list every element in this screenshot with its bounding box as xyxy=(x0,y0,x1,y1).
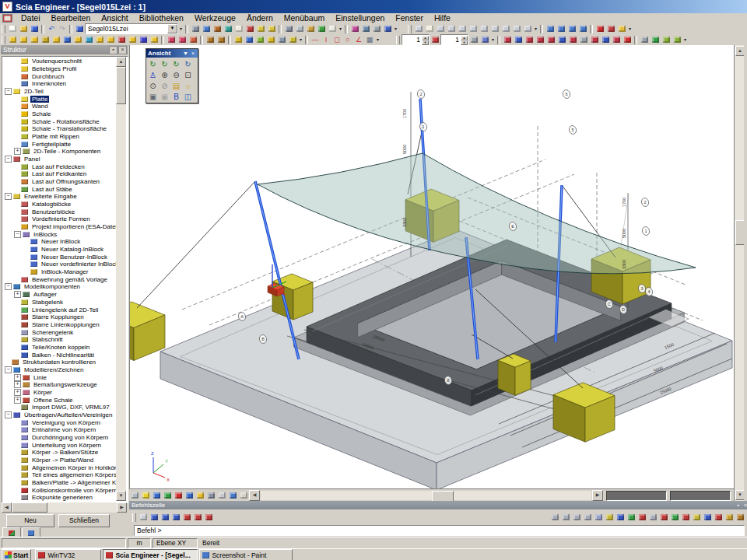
walk-mode-icon[interactable]: ♙ xyxy=(147,69,159,80)
tree-item[interactable]: −Modellieren/Zeichnen xyxy=(2,366,116,374)
stamp-icon[interactable] xyxy=(316,24,327,34)
expand-icon[interactable]: + xyxy=(14,291,21,298)
tree-item[interactable]: Vordefinierte Formen xyxy=(2,215,116,223)
tree-scroll-thumb[interactable] xyxy=(116,67,126,104)
tree-item[interactable]: +Bemaßungswerkzeuge xyxy=(2,381,116,389)
rotate-z-icon[interactable]: ↻ xyxy=(170,58,182,69)
hatch-icon[interactable] xyxy=(216,491,227,501)
tools-icon[interactable] xyxy=(661,35,672,45)
clipboard-icon[interactable] xyxy=(233,24,244,34)
scroll-left-icon[interactable]: ◀ xyxy=(2,502,12,513)
arc-mode-icon[interactable] xyxy=(192,513,203,523)
tree-item[interactable]: Beliebiges Profil xyxy=(2,65,116,73)
tools-icon[interactable] xyxy=(672,35,682,45)
tree-item[interactable]: InBlock-Manager xyxy=(2,268,116,276)
tree-item[interactable]: Katalogblöcke xyxy=(2,201,116,208)
status-unit[interactable]: m xyxy=(128,538,151,548)
package-icon[interactable] xyxy=(305,24,316,34)
tree-item[interactable]: Last auf Feldkanten xyxy=(2,170,116,178)
tree-item[interactable]: Last auf Öffnungskanten xyxy=(2,178,116,186)
tree-item[interactable]: Teile/Knoten koppeln xyxy=(2,344,116,352)
viewport-vscrollbar[interactable]: ▲ ▼ xyxy=(734,45,745,501)
snap-green-icon[interactable] xyxy=(626,513,637,523)
snap-ortho-icon[interactable] xyxy=(615,513,626,523)
pin-icon[interactable]: ▪ xyxy=(735,502,741,508)
rotate-free-icon[interactable]: ↻ xyxy=(182,58,194,69)
tree-item[interactable]: Platte mit Rippen xyxy=(2,133,116,141)
snap-perp-icon[interactable] xyxy=(680,513,691,523)
tree-item[interactable]: Strukturdaten kontrollieren xyxy=(2,359,116,366)
beam-section-icon[interactable] xyxy=(40,35,51,45)
toolbar-grip[interactable] xyxy=(2,25,5,33)
dropdown-arrow-icon[interactable]: ▾ xyxy=(375,35,381,45)
beam-section-icon[interactable] xyxy=(18,35,29,45)
viewport-hscroll-thumb[interactable] xyxy=(432,491,454,502)
tree-item[interactable]: −Modellkomponenten xyxy=(2,283,116,291)
snap-circle-icon[interactable] xyxy=(571,513,582,523)
snap-point-icon[interactable] xyxy=(713,513,724,523)
viewport-hscrollbar[interactable] xyxy=(261,491,591,500)
tree-item[interactable]: −Panel xyxy=(2,156,116,163)
frames-icon[interactable] xyxy=(266,24,277,34)
view-frame-icon[interactable] xyxy=(435,24,446,34)
tree-item[interactable]: −Erweiterte Eingabe xyxy=(2,193,116,201)
pencil-icon[interactable] xyxy=(140,491,151,501)
beam-section-icon[interactable] xyxy=(149,35,160,45)
tree-item[interactable]: Starre Linienkopplungen xyxy=(2,321,116,329)
print-icon[interactable] xyxy=(283,24,294,34)
connection-icon[interactable] xyxy=(524,35,535,45)
activity-icon[interactable] xyxy=(594,24,605,34)
dropdown-arrow-icon[interactable]: ▾ xyxy=(178,24,184,34)
zoom-out-icon[interactable]: ⊖ xyxy=(170,69,182,80)
start-button[interactable]: Start xyxy=(2,549,31,560)
connection-icon[interactable] xyxy=(589,35,600,45)
dropdown-arrow-icon[interactable]: ▾ xyxy=(682,35,688,45)
tree-item[interactable]: +Auflager xyxy=(2,291,116,299)
beam-section-icon[interactable] xyxy=(116,35,127,45)
3d-scene[interactable]: 1700500033001700500033001000014000150050… xyxy=(130,45,735,488)
tree-item[interactable]: Durchdringung von Körpern xyxy=(2,434,116,442)
command-panel-header[interactable]: Befehlszeile ▪ × xyxy=(129,501,747,509)
chevron-down-icon[interactable]: ▼ xyxy=(181,51,190,56)
cascade-copy-icon[interactable] xyxy=(566,24,577,34)
save-view-icon[interactable] xyxy=(639,35,650,45)
menu-item-2[interactable]: Ansicht xyxy=(96,13,133,23)
snap-mid-icon[interactable] xyxy=(604,513,615,523)
snap-end-icon[interactable] xyxy=(637,513,647,523)
axis-icon[interactable] xyxy=(205,491,216,501)
menu-item-6[interactable]: Menübaum xyxy=(279,13,331,23)
scroll-right-icon[interactable]: ▶ xyxy=(117,502,127,513)
flag-icon[interactable] xyxy=(173,491,184,501)
scroll-up-icon[interactable]: ▲ xyxy=(116,57,126,67)
status-plane[interactable]: Ebene XY xyxy=(153,538,198,548)
activity-spinner[interactable]: 1▲▼ xyxy=(402,34,430,45)
view-frame-icon[interactable] xyxy=(413,24,424,34)
plane-xy-icon[interactable] xyxy=(430,35,440,45)
accept-icon[interactable] xyxy=(149,513,160,523)
tree-item[interactable]: Liniengelenk auf 2D-Teil xyxy=(2,306,116,313)
light-icon[interactable]: ☼ xyxy=(182,80,194,91)
snap-int-icon[interactable] xyxy=(691,513,702,523)
snap-grid-icon[interactable] xyxy=(560,513,571,523)
circle-icon[interactable]: ○ xyxy=(342,35,353,45)
command-input[interactable]: Befehl > xyxy=(134,525,745,536)
beam-section-icon[interactable] xyxy=(83,35,94,45)
tree-item[interactable]: Vereinigung von Körpern xyxy=(2,418,116,426)
menu-item-5[interactable]: Ändern xyxy=(241,13,279,23)
beam-section-icon[interactable] xyxy=(138,35,149,45)
layers-icon[interactable] xyxy=(195,491,205,501)
tree-scrollbar[interactable]: ▲ ▼ xyxy=(116,57,126,501)
mdi-child-icon[interactable] xyxy=(2,14,12,23)
chevron-down-icon[interactable]: ▼ xyxy=(167,24,177,33)
tree-item[interactable]: Neuer Katalog-InBlock xyxy=(2,246,116,254)
tree-item[interactable]: Voutenquerschnitt xyxy=(2,58,116,65)
title-bar[interactable]: V Scia Engineer - [Segel015Lzei : 1] xyxy=(0,0,747,13)
tree-item[interactable]: Last auf Stäbe xyxy=(2,185,116,193)
render-window-icon[interactable]: ◫ xyxy=(182,91,194,102)
view-frame-icon[interactable] xyxy=(511,24,522,34)
tree-item[interactable]: Platte xyxy=(2,95,116,103)
axis-icon[interactable] xyxy=(479,35,490,45)
project-manager-icon[interactable] xyxy=(190,24,201,34)
tree-item[interactable]: Allgemeinen Körper in Hohlkörper xyxy=(2,464,116,471)
new-file-icon[interactable] xyxy=(7,24,18,34)
